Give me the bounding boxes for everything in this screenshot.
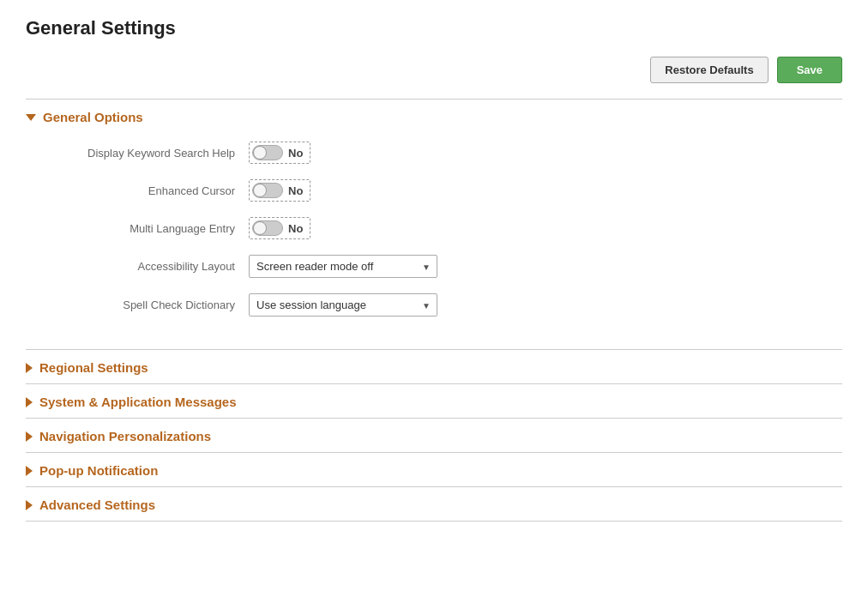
section-title-system-application-messages: System & Application Messages [39, 395, 237, 409]
sections-container: General OptionsDisplay Keyword Search He… [26, 99, 842, 522]
section-header-system-application-messages[interactable]: System & Application Messages [26, 384, 842, 418]
chevron-right-icon [26, 466, 33, 476]
form-row-accessibility-layout: Accessibility LayoutScreen reader mode o… [26, 255, 842, 278]
toggle-track [252, 145, 283, 160]
toggle-display-keyword-search-help[interactable]: No [249, 142, 310, 164]
section-title-general-options: General Options [43, 110, 143, 124]
form-row-display-keyword-search-help: Display Keyword Search HelpNo [26, 142, 842, 164]
toggle-value-multi-language-entry: No [288, 222, 303, 235]
toggle-thumb [253, 146, 267, 160]
form-row-spell-check-dictionary: Spell Check DictionaryUse session langua… [26, 293, 842, 317]
toggle-value-display-keyword-search-help: No [288, 147, 303, 160]
toggle-thumb [253, 184, 267, 197]
toggle-enhanced-cursor[interactable]: No [249, 179, 310, 202]
toggle-value-enhanced-cursor: No [288, 184, 303, 197]
save-button[interactable]: Save [777, 57, 842, 83]
section-navigation-personalizations: Navigation Personalizations [26, 418, 842, 452]
section-header-regional-settings[interactable]: Regional Settings [26, 350, 842, 383]
toggle-track [252, 220, 283, 236]
select-accessibility-layout[interactable]: Screen reader mode offScreen reader mode… [249, 255, 437, 278]
toggle-track [252, 183, 283, 198]
toggle-thumb [253, 221, 267, 235]
section-system-application-messages: System & Application Messages [26, 383, 842, 418]
chevron-down-icon [26, 114, 36, 121]
section-title-advanced-settings: Advanced Settings [39, 497, 155, 512]
toggle-multi-language-entry[interactable]: No [249, 217, 310, 239]
page-title: General Settings [26, 17, 842, 39]
chevron-right-icon [26, 397, 33, 407]
chevron-right-icon [26, 431, 33, 442]
section-general-options: General OptionsDisplay Keyword Search He… [26, 99, 842, 349]
select-wrapper-accessibility-layout: Screen reader mode offScreen reader mode… [249, 255, 437, 278]
section-body-general-options: Display Keyword Search HelpNoEnhanced Cu… [26, 133, 842, 349]
restore-defaults-button[interactable]: Restore Defaults [650, 57, 768, 83]
section-header-navigation-personalizations[interactable]: Navigation Personalizations [26, 419, 842, 452]
section-advanced-settings: Advanced Settings [26, 486, 842, 522]
section-title-navigation-personalizations: Navigation Personalizations [39, 429, 211, 443]
section-regional-settings: Regional Settings [26, 349, 842, 383]
section-title-regional-settings: Regional Settings [39, 360, 148, 375]
chevron-right-icon [26, 500, 33, 510]
section-header-advanced-settings[interactable]: Advanced Settings [26, 487, 842, 521]
chevron-right-icon [26, 363, 33, 373]
section-title-popup-notification: Pop-up Notification [39, 463, 158, 478]
form-row-enhanced-cursor: Enhanced CursorNo [26, 179, 842, 202]
select-wrapper-spell-check-dictionary: Use session languageEnglishFrenchGermanS… [249, 293, 437, 317]
form-row-multi-language-entry: Multi Language EntryNo [26, 217, 842, 239]
section-popup-notification: Pop-up Notification [26, 452, 842, 486]
label-multi-language-entry: Multi Language Entry [26, 222, 249, 235]
section-header-general-options[interactable]: General Options [26, 99, 842, 133]
label-display-keyword-search-help: Display Keyword Search Help [26, 147, 249, 160]
label-enhanced-cursor: Enhanced Cursor [26, 184, 249, 197]
toolbar: Restore Defaults Save [26, 57, 842, 83]
section-header-popup-notification[interactable]: Pop-up Notification [26, 453, 842, 486]
label-spell-check-dictionary: Spell Check Dictionary [26, 298, 249, 311]
label-accessibility-layout: Accessibility Layout [26, 260, 249, 273]
select-spell-check-dictionary[interactable]: Use session languageEnglishFrenchGermanS… [249, 293, 437, 317]
